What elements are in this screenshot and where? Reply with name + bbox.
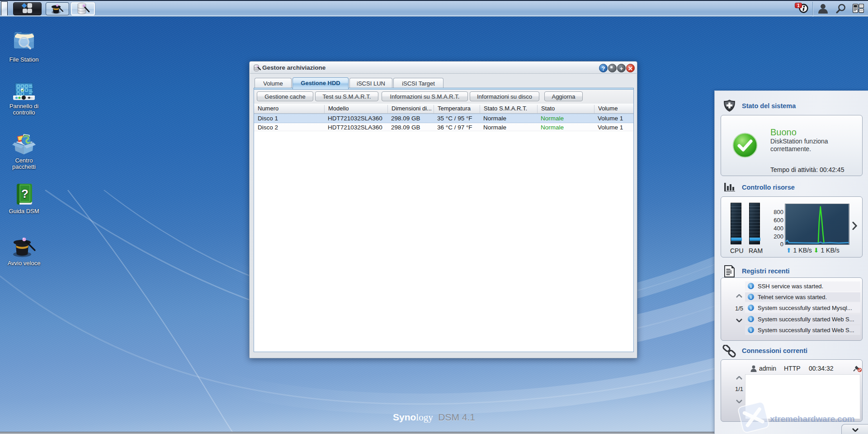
svg-text:?: ? <box>21 187 28 200</box>
